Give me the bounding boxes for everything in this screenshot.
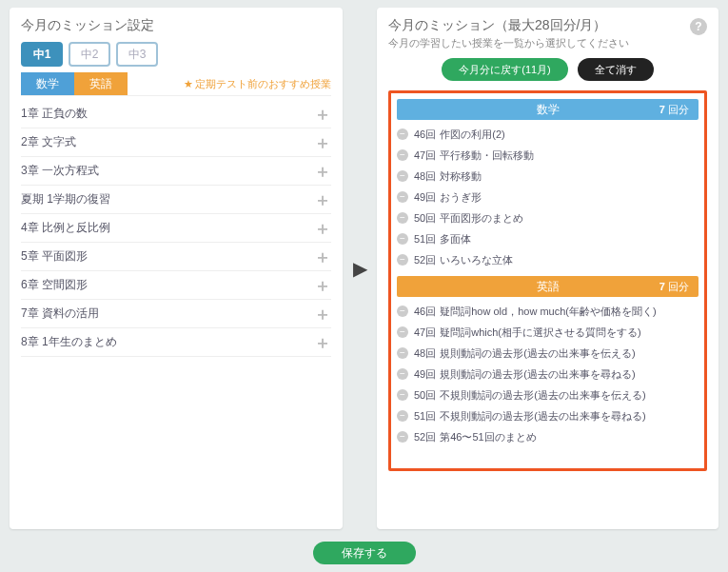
lesson-num: 46回 xyxy=(414,305,436,319)
chapter-row[interactable]: 6章 空間図形＋ xyxy=(21,271,331,300)
chapter-row[interactable]: 3章 一次方程式＋ xyxy=(21,157,331,186)
star-icon: ★ xyxy=(184,78,193,89)
chapter-label: 5章 平面図形 xyxy=(21,248,88,265)
minus-icon[interactable]: − xyxy=(397,306,408,317)
chapter-label: 8章 1年生のまとめ xyxy=(21,334,117,350)
math-section-header: 数学 7 回分 xyxy=(397,99,698,120)
minus-icon[interactable]: − xyxy=(397,212,408,224)
minus-icon[interactable]: − xyxy=(397,233,408,245)
lesson-row: −46回疑問詞how old，how much(年齢や価格を聞く) xyxy=(397,301,698,322)
minus-icon[interactable]: − xyxy=(397,389,408,401)
chapter-row[interactable]: 1章 正負の数＋ xyxy=(21,100,331,128)
chapter-row[interactable]: 8章 1年生のまとめ＋ xyxy=(21,328,331,357)
lesson-name: 平面図形のまとめ xyxy=(440,211,523,226)
minus-icon[interactable]: − xyxy=(397,347,408,359)
chapter-row[interactable]: 2章 文字式＋ xyxy=(21,128,331,157)
lesson-num: 47回 xyxy=(414,325,436,340)
plus-icon[interactable]: ＋ xyxy=(314,188,331,211)
page-title: 今月のミッション設定 xyxy=(21,17,331,34)
help-icon[interactable]: ? xyxy=(690,18,707,35)
minus-icon[interactable]: − xyxy=(397,149,408,161)
reset-month-button[interactable]: 今月分に戻す(11月) xyxy=(442,58,568,81)
lesson-num: 48回 xyxy=(414,169,436,184)
minus-icon[interactable]: − xyxy=(397,326,408,338)
lesson-num: 52回 xyxy=(414,253,436,267)
lesson-num: 47回 xyxy=(414,148,436,163)
lesson-row: −50回平面図形のまとめ xyxy=(397,207,698,228)
lesson-name: 疑問詞how old，how much(年齢や価格を聞く) xyxy=(440,305,656,319)
arrow-right-icon: ▶ xyxy=(353,257,367,280)
lesson-row: −50回不規則動詞の過去形(過去の出来事を伝える) xyxy=(397,385,698,405)
lesson-row: −48回対称移動 xyxy=(397,166,698,187)
lesson-row: −51回不規則動詞の過去形(過去の出来事を尋ねる) xyxy=(397,405,698,426)
minus-icon[interactable]: − xyxy=(397,191,408,203)
lesson-name: 不規則動詞の過去形(過去の出来事を伝える) xyxy=(440,388,645,403)
plus-icon[interactable]: ＋ xyxy=(314,217,331,240)
english-count-u: 回分 xyxy=(665,281,689,292)
recommend-link[interactable]: ★定期テスト前のおすすめ授業 xyxy=(128,77,331,91)
minus-icon[interactable]: − xyxy=(397,170,408,182)
chapter-row[interactable]: 夏期 1学期の復習＋ xyxy=(21,186,331,214)
lesson-name: 平行移動・回転移動 xyxy=(440,148,534,163)
lesson-num: 50回 xyxy=(414,388,436,403)
lesson-num: 48回 xyxy=(414,346,436,361)
lesson-row: −47回平行移動・回転移動 xyxy=(397,145,698,166)
lesson-num: 51回 xyxy=(414,232,436,247)
lesson-num: 49回 xyxy=(414,190,436,205)
chapter-label: 2章 文字式 xyxy=(21,134,76,150)
arrow-col: ▶ xyxy=(352,8,367,529)
clear-all-button[interactable]: 全て消す xyxy=(578,58,654,81)
plus-icon[interactable]: ＋ xyxy=(314,103,331,126)
lesson-num: 50回 xyxy=(414,211,436,226)
chapter-label: 7章 資料の活用 xyxy=(21,306,99,322)
lesson-num: 46回 xyxy=(414,128,436,142)
lesson-num: 49回 xyxy=(414,367,436,382)
math-section-label: 数学 xyxy=(537,102,560,118)
lesson-name: おうぎ形 xyxy=(440,190,482,205)
lesson-row: −49回おうぎ形 xyxy=(397,187,698,207)
recommend-label: 定期テスト前のおすすめ授業 xyxy=(195,78,331,89)
lesson-row: −47回疑問詞which(相手に選択させる質問をする) xyxy=(397,322,698,343)
mission-title: 今月のミッション（最大28回分/月） xyxy=(388,17,606,34)
lesson-name: 疑問詞which(相手に選択させる質問をする) xyxy=(440,325,640,340)
lesson-row: −46回作図の利用(2) xyxy=(397,124,698,145)
minus-icon[interactable]: − xyxy=(397,431,408,443)
chapter-list: 1章 正負の数＋ 2章 文字式＋ 3章 一次方程式＋ 夏期 1学期の復習＋ 4章… xyxy=(21,100,331,357)
lesson-num: 51回 xyxy=(414,409,436,424)
math-count-u: 回分 xyxy=(665,104,689,115)
grade-tab-2[interactable]: 中2 xyxy=(69,42,110,67)
mission-selection-box: 数学 7 回分 −46回作図の利用(2) −47回平行移動・回転移動 −48回対… xyxy=(388,90,707,471)
subject-tab-math[interactable]: 数学 xyxy=(21,72,74,95)
english-section-header: 英語 7 回分 xyxy=(397,276,698,297)
lesson-name: いろいろな立体 xyxy=(440,253,513,267)
lesson-row: −52回いろいろな立体 xyxy=(397,249,698,270)
chapter-row[interactable]: 4章 比例と反比例＋ xyxy=(21,214,331,243)
plus-icon[interactable]: ＋ xyxy=(314,131,331,154)
chapter-label: 6章 空間図形 xyxy=(21,277,88,293)
minus-icon[interactable]: − xyxy=(397,254,408,266)
subject-tab-english[interactable]: 英語 xyxy=(74,72,128,95)
chapter-row[interactable]: 5章 平面図形＋ xyxy=(21,243,331,271)
lesson-name: 対称移動 xyxy=(440,169,482,184)
chapter-label: 1章 正負の数 xyxy=(21,106,88,122)
lesson-name: 作図の利用(2) xyxy=(440,128,504,142)
plus-icon[interactable]: ＋ xyxy=(314,303,331,325)
plus-icon[interactable]: ＋ xyxy=(314,331,331,354)
plus-icon[interactable]: ＋ xyxy=(314,246,331,268)
lesson-name: 不規則動詞の過去形(過去の出来事を尋ねる) xyxy=(440,409,645,424)
chapter-label: 夏期 1学期の復習 xyxy=(21,191,110,207)
plus-icon[interactable]: ＋ xyxy=(314,274,331,297)
lesson-row: −52回第46〜51回のまとめ xyxy=(397,426,698,447)
minus-icon[interactable]: − xyxy=(397,128,408,140)
chapter-row[interactable]: 7章 資料の活用＋ xyxy=(21,300,331,328)
grade-tab-1[interactable]: 中1 xyxy=(21,42,63,67)
save-button[interactable]: 保存する xyxy=(313,542,416,564)
plus-icon[interactable]: ＋ xyxy=(314,160,331,183)
lesson-name: 規則動詞の過去形(過去の出来事を伝える) xyxy=(440,346,635,361)
minus-icon[interactable]: − xyxy=(397,368,408,380)
grade-tab-3[interactable]: 中3 xyxy=(116,42,158,67)
lesson-name: 多面体 xyxy=(440,232,471,247)
lesson-row: −48回規則動詞の過去形(過去の出来事を伝える) xyxy=(397,343,698,364)
mission-subdesc: 今月の学習したい授業を一覧から選択してください xyxy=(388,36,707,50)
minus-icon[interactable]: − xyxy=(397,410,408,422)
